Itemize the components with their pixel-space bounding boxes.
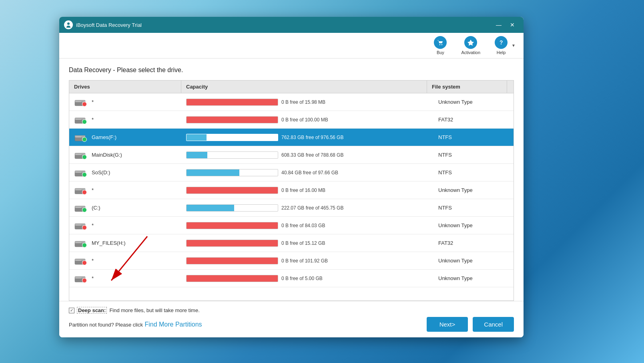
svg-rect-23 — [76, 172, 81, 173]
capacity-bar — [187, 258, 278, 264]
table-row[interactable]: *0 B free of 5.00 GBUnknown Type — [69, 270, 514, 287]
filesystem-cell: NTFS — [433, 149, 514, 160]
status-dot — [82, 190, 87, 195]
capacity-cell: 0 B free of 16.00 MB — [181, 184, 433, 196]
status-dot — [82, 243, 87, 248]
capacity-bar-wrap — [186, 240, 278, 247]
svg-text:?: ? — [500, 39, 503, 46]
drive-name: * — [92, 187, 94, 193]
drive-cell: MY_FILES(H:) — [69, 236, 181, 250]
table-row[interactable]: *0 B free of 84.03 GBUnknown Type — [69, 217, 514, 234]
capacity-cell: 0 B free of 15.12 GB — [181, 237, 433, 249]
drive-name: * — [92, 275, 94, 281]
capacity-cell: 0 B free of 15.98 MB — [181, 96, 433, 108]
table-row[interactable]: (C:)222.07 GB free of 465.75 GBNTFS — [69, 199, 514, 217]
minimize-button[interactable]: — — [492, 20, 505, 30]
drive-cell: MainDisk(G:) — [69, 148, 181, 162]
col-capacity: Capacity — [181, 81, 427, 93]
help-button[interactable]: ? Help — [492, 34, 511, 57]
help-caret-icon[interactable]: ▼ — [512, 43, 516, 48]
drive-name: * — [92, 222, 94, 228]
capacity-cell: 762.83 GB free of 976.56 GB — [181, 131, 433, 143]
capacity-bar-wrap — [186, 257, 278, 264]
col-scrollbar-spacer — [507, 81, 514, 93]
capacity-text: 222.07 GB free of 465.75 GB — [281, 205, 343, 211]
capacity-text: 0 B free of 101.92 GB — [281, 258, 328, 264]
col-drives: Drives — [69, 81, 181, 93]
capacity-bar — [187, 99, 278, 105]
filesystem-cell: NTFS — [433, 202, 514, 213]
capacity-bar-wrap — [186, 275, 278, 282]
deep-scan-label: Deep scan: — [77, 307, 107, 314]
deep-scan-row: Deep scan: Find more files, but will tak… — [69, 307, 514, 314]
table-row[interactable]: MY_FILES(H:)0 B free of 15.12 GBFAT32 — [69, 234, 514, 252]
cancel-button[interactable]: Cancel — [473, 317, 514, 332]
status-dot — [82, 172, 87, 177]
find-partitions-link[interactable]: Find More Partitions — [144, 321, 202, 328]
status-dot — [82, 225, 87, 230]
filesystem-cell: NTFS — [433, 167, 514, 178]
next-button[interactable]: Next> — [427, 317, 468, 332]
capacity-text: 762.83 GB free of 976.56 GB — [281, 135, 343, 140]
capacity-cell: 40.84 GB free of 97.66 GB — [181, 167, 433, 179]
table-row[interactable]: SoS(D:)40.84 GB free of 97.66 GBNTFS — [69, 164, 514, 182]
table-row[interactable]: *0 B free of 15.98 MBUnknown Type — [69, 93, 514, 111]
table-row[interactable]: MainDisk(G:)608.33 GB free of 788.68 GBN… — [69, 146, 514, 164]
svg-rect-35 — [76, 225, 81, 226]
status-dot — [82, 155, 87, 159]
svg-point-1 — [439, 44, 440, 45]
svg-point-2 — [441, 44, 442, 45]
footer-buttons: Next> Cancel — [427, 317, 514, 332]
capacity-text: 0 B free of 15.12 GB — [281, 240, 325, 246]
status-dot — [82, 278, 87, 283]
drive-name: Games(F:) — [92, 134, 116, 140]
capacity-bar — [187, 152, 207, 158]
close-button[interactable]: ✕ — [506, 20, 519, 30]
filesystem-cell: NTFS — [433, 132, 514, 143]
window-title: iBoysoft Data Recovery Trial — [76, 22, 492, 28]
status-dot — [82, 137, 87, 142]
capacity-bar-wrap — [186, 116, 278, 123]
status-dot — [82, 260, 87, 265]
buy-button[interactable]: Buy — [431, 34, 450, 57]
main-content: Data Recovery - Please select the drive.… — [59, 58, 524, 301]
filesystem-cell: Unknown Type — [433, 97, 514, 107]
capacity-text: 608.33 GB free of 788.68 GB — [281, 152, 343, 158]
svg-rect-15 — [76, 137, 81, 137]
partition-info: Partition not found? Please click Find M… — [69, 321, 202, 328]
main-window: iBoysoft Data Recovery Trial — ✕ Buy — [59, 17, 524, 337]
drive-cell: * — [69, 272, 181, 285]
filesystem-cell: Unknown Type — [433, 255, 514, 266]
drive-name: * — [92, 258, 94, 264]
filesystem-cell: FAT32 — [433, 238, 514, 248]
status-dot — [82, 208, 87, 212]
deep-scan-checkbox[interactable] — [69, 308, 74, 313]
drive-cell: SoS(D:) — [69, 166, 181, 179]
capacity-text: 0 B free of 5.00 GB — [281, 276, 323, 281]
capacity-bar-wrap — [186, 99, 278, 106]
capacity-bar — [187, 187, 278, 194]
activation-button[interactable]: Activation — [458, 34, 484, 57]
table-row[interactable]: Games(F:)762.83 GB free of 976.56 GBNTFS — [69, 129, 514, 146]
capacity-cell: 222.07 GB free of 465.75 GB — [181, 202, 433, 214]
drive-cell: * — [69, 254, 181, 268]
drive-cell: * — [69, 95, 181, 109]
capacity-text: 40.84 GB free of 97.66 GB — [281, 170, 338, 175]
capacity-bar — [187, 117, 278, 123]
filesystem-cell: Unknown Type — [433, 273, 514, 284]
buy-icon — [434, 36, 447, 49]
drive-name: * — [92, 99, 94, 105]
capacity-cell: 0 B free of 101.92 GB — [181, 255, 433, 267]
table-row[interactable]: *0 B free of 16.00 MBUnknown Type — [69, 182, 514, 199]
capacity-bar — [187, 222, 278, 229]
table-row[interactable]: *0 B free of 101.92 GBUnknown Type — [69, 252, 514, 270]
svg-point-0 — [67, 22, 70, 25]
drive-name: MainDisk(G:) — [92, 152, 122, 158]
activation-label: Activation — [461, 50, 480, 55]
capacity-bar-wrap — [186, 134, 278, 141]
capacity-bar — [187, 275, 278, 282]
status-dot — [82, 119, 87, 124]
table-row[interactable]: *0 B free of 100.00 MBFAT32 — [69, 111, 514, 129]
svg-rect-43 — [76, 260, 81, 261]
activation-icon — [464, 36, 477, 49]
